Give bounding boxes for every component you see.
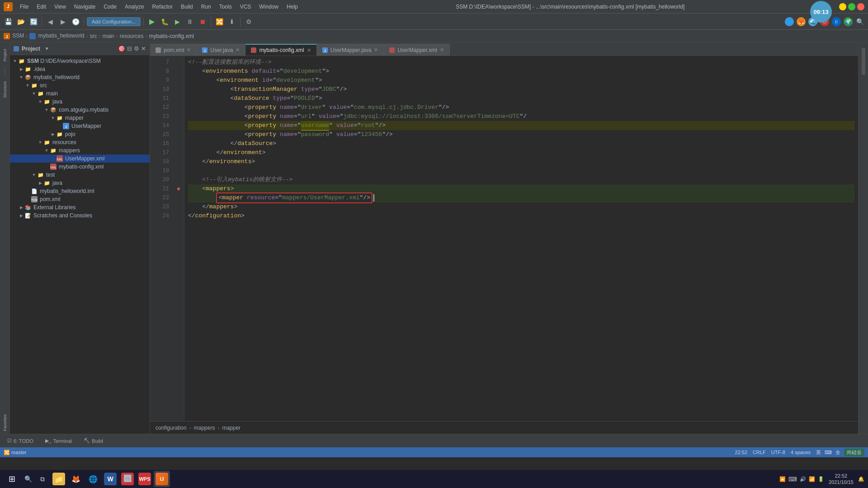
menu-file[interactable]: File [16, 3, 32, 11]
taskbar-app-intellij[interactable]: IJ [154, 471, 170, 487]
tree-item-module[interactable]: ▼ 📦 mybatis_helloworld [10, 73, 150, 81]
tab-close-usermapper-java[interactable]: ✕ [374, 47, 378, 53]
tab-close-pom[interactable]: ✕ [187, 47, 191, 53]
tree-item-pom[interactable]: POM pom.xml [10, 195, 150, 203]
coverage-button[interactable]: ▶ [172, 16, 183, 27]
maximize-button[interactable] [848, 3, 855, 10]
tree-item-java[interactable]: ▼ 📁 java [10, 98, 150, 106]
tree-item-usermapper-xml[interactable]: XML UserMapper.xml [10, 155, 150, 163]
taskbar-app-chrome[interactable]: 🌐 [85, 471, 101, 487]
tab-close-mybatis-config[interactable]: ✕ [307, 47, 311, 53]
tab-pom[interactable]: pom.xml ✕ [150, 44, 197, 56]
run-button[interactable]: ▶ [146, 16, 157, 27]
search-taskbar-button[interactable]: 🔍 [22, 473, 34, 485]
tray-icon-network[interactable]: 📶 [809, 476, 815, 482]
bottom-breadcrumb-mapper[interactable]: mapper [222, 425, 241, 431]
tree-item-usermapper-java[interactable]: J UserMapper [10, 122, 150, 130]
tree-item-scratches[interactable]: ▶ 📝 Scratches and Consoles [10, 211, 150, 220]
sync-button[interactable]: 🔄 [28, 16, 39, 27]
lang-icon[interactable]: 英 [816, 449, 821, 456]
save-button[interactable]: 💾 [3, 16, 14, 27]
start-button[interactable]: ⊞ [4, 471, 20, 487]
tree-item-iml[interactable]: 📄 mybatis_helloworld.iml [10, 187, 150, 195]
locate-file-button[interactable]: 🎯 [118, 45, 125, 52]
status-indent[interactable]: 4 spaces [791, 450, 811, 455]
ime-label[interactable]: 全 [835, 449, 840, 456]
project-dropdown[interactable]: ▼ [45, 46, 49, 51]
debug-button[interactable]: 🐛 [159, 16, 170, 27]
menu-vcs[interactable]: VCS [236, 3, 255, 11]
breadcrumb-resources[interactable]: resources [120, 33, 144, 39]
minimize-button[interactable] [839, 3, 846, 10]
back-button[interactable]: ◀ [45, 16, 56, 27]
taskbar-app-word[interactable]: W [102, 471, 118, 487]
status-encoding[interactable]: CRLF [753, 450, 766, 455]
open-button[interactable]: 📂 [15, 16, 26, 27]
menu-run[interactable]: Run [198, 3, 215, 11]
tree-item-mybatis-config[interactable]: XML mybatis-config.xml [10, 163, 150, 171]
scrollbar-thumb[interactable] [862, 48, 865, 75]
menu-code[interactable]: Code [100, 3, 120, 11]
tree-item-mappers[interactable]: ▼ 📁 mappers [10, 146, 150, 155]
chrome-icon[interactable]: 🌐 [785, 17, 794, 26]
firefox-icon[interactable]: 🦊 [797, 17, 806, 26]
status-position[interactable]: 22:52 [735, 450, 748, 455]
status-vcs[interactable]: 🔀 master [4, 450, 27, 455]
collapse-all-button[interactable]: ⊟ [127, 45, 132, 52]
favorites-tab[interactable]: Favorites [3, 412, 7, 434]
settings-button[interactable]: ⚙ [243, 16, 254, 27]
tree-item-main[interactable]: ▼ 📁 main [10, 89, 150, 98]
panel-tab-terminal[interactable]: ▶_ Terminal [41, 437, 77, 445]
tree-item-pojo[interactable]: ▶ 📁 pojo [10, 130, 150, 138]
menu-view[interactable]: View [51, 3, 70, 11]
structure-tab[interactable]: Structure [3, 79, 7, 101]
panel-tab-build[interactable]: 🔨 Build [79, 437, 107, 445]
taskbar-app-red[interactable]: 🅰 [119, 471, 136, 487]
tray-icon-keyboard[interactable]: ⌨ [788, 476, 797, 483]
stop-button[interactable]: ⏹ [197, 16, 208, 27]
tab-mybatis-config[interactable]: mybatis-config.xml ✕ [245, 44, 316, 56]
tab-user-java[interactable]: J User.java ✕ [197, 44, 245, 56]
tray-icon-1[interactable]: 🔼 [779, 476, 786, 482]
menu-edit[interactable]: Edit [33, 3, 50, 11]
taskbar-app-firefox[interactable]: 🦊 [68, 471, 84, 487]
menu-tools[interactable]: Tools [216, 3, 236, 11]
menu-refactor[interactable]: Refactor [149, 3, 176, 11]
taskbar-app-wps[interactable]: WPS [137, 471, 153, 487]
other-browser-icon[interactable]: 🌍 [844, 17, 853, 26]
tree-item-package[interactable]: ▼ 📦 com.atguigu.mybatis [10, 106, 150, 114]
tree-item-mapper-folder[interactable]: ▼ 📁 mapper [10, 114, 150, 122]
tree-item-resources[interactable]: ▼ 📁 resources [10, 138, 150, 146]
menu-build[interactable]: Build [177, 3, 197, 11]
tray-icon-speaker[interactable]: 🔊 [800, 476, 806, 482]
task-view-button[interactable]: ⧉ [36, 473, 49, 485]
panel-tab-todo[interactable]: ☑ 6: TODO [3, 437, 38, 445]
breadcrumb-main[interactable]: main [103, 33, 114, 39]
ie-icon[interactable]: e [832, 17, 841, 26]
bottom-breadcrumb-configuration[interactable]: configuration [156, 425, 187, 431]
tree-item-idea[interactable]: ▶ 📁 .idea [10, 65, 150, 73]
tree-item-src[interactable]: ▼ 📁 src [10, 81, 150, 89]
profile-button[interactable]: ⏸ [184, 16, 195, 27]
close-button[interactable] [857, 3, 864, 10]
tree-item-test[interactable]: ▼ 📁 test [10, 171, 150, 179]
menu-navigate[interactable]: Navigate [71, 3, 99, 11]
update-button[interactable]: ⬇ [226, 16, 237, 27]
notification-button[interactable]: 🔔 [858, 476, 864, 482]
menu-analyze[interactable]: Analyze [121, 3, 148, 11]
menu-window[interactable]: Window [255, 3, 282, 11]
tab-close-user-java[interactable]: ✕ [236, 47, 240, 53]
search-button[interactable]: 🔍 [854, 16, 865, 27]
tab-close-usermapper-xml[interactable]: ✕ [440, 47, 444, 53]
recent-files-button[interactable]: 🕐 [70, 16, 81, 27]
breadcrumb-src[interactable]: src [90, 33, 97, 39]
menu-help[interactable]: Help [283, 3, 302, 11]
keyboard-icon[interactable]: ⌨ [825, 450, 832, 455]
ime-widget[interactable]: 尚硅谷 [844, 449, 864, 456]
tree-item-test-java[interactable]: ▶ 📁 java [10, 179, 150, 187]
clock[interactable]: 22:52 2021/10/15 [829, 473, 854, 486]
close-panel-button[interactable]: ✕ [141, 45, 146, 52]
status-charset[interactable]: UTF-8 [771, 450, 785, 455]
breadcrumb-module[interactable]: mybatis_helloworld [29, 33, 84, 39]
forward-button[interactable]: ▶ [57, 16, 68, 27]
